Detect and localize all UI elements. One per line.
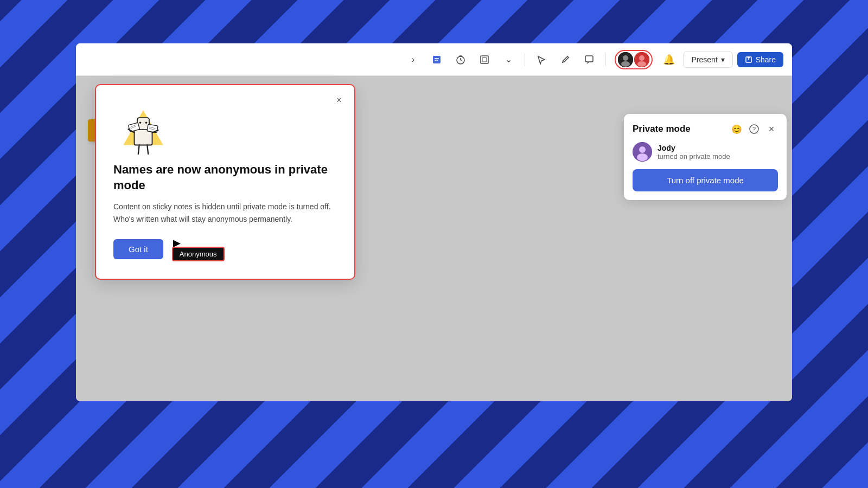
modal-title: Names are now anonymous in private mode bbox=[113, 162, 337, 193]
svg-text:?: ? bbox=[752, 126, 756, 132]
user-avatar-1 bbox=[618, 52, 633, 67]
panel-user-avatar bbox=[633, 142, 652, 162]
svg-point-14 bbox=[639, 55, 644, 61]
more-tools-button[interactable]: ⌄ bbox=[499, 50, 518, 69]
toolbar-separator-1 bbox=[525, 53, 525, 66]
anonymous-label: Anonymous bbox=[172, 247, 225, 261]
panel-emoji-button[interactable]: 😊 bbox=[730, 123, 743, 136]
panel-icon-buttons: 😊 ? × bbox=[730, 123, 778, 136]
user-avatars-cluster[interactable] bbox=[615, 50, 653, 69]
modal-close-button[interactable]: × bbox=[331, 93, 347, 108]
svg-point-12 bbox=[621, 61, 630, 67]
panel-close-button[interactable]: × bbox=[765, 123, 778, 136]
expand-panel-button[interactable]: › bbox=[403, 50, 423, 69]
modal-footer: Got it ▶ Anonymous bbox=[113, 237, 337, 261]
panel-user-name: Jody bbox=[658, 144, 730, 152]
svg-point-27 bbox=[145, 121, 148, 124]
svg-point-22 bbox=[637, 153, 648, 161]
modal-body: Content on sticky notes is hidden until … bbox=[113, 201, 337, 225]
anonymous-tooltip: ▶ Anonymous bbox=[172, 237, 225, 261]
panel-help-button[interactable]: ? bbox=[748, 123, 761, 136]
svg-line-37 bbox=[147, 145, 148, 155]
svg-point-15 bbox=[637, 61, 646, 67]
present-button[interactable]: Present ▾ bbox=[683, 52, 732, 68]
notifications-button[interactable]: 🔔 bbox=[659, 50, 679, 69]
panel-user-status: turned on private mode bbox=[658, 152, 730, 160]
svg-rect-9 bbox=[585, 56, 593, 62]
svg-point-26 bbox=[139, 121, 142, 124]
panel-user-text: Jody turned on private mode bbox=[658, 144, 730, 160]
present-chevron: ▾ bbox=[721, 55, 725, 64]
comment-tool-button[interactable] bbox=[579, 50, 599, 69]
timer-tool-button[interactable] bbox=[451, 50, 470, 69]
sticky-note-tool-button[interactable] bbox=[427, 50, 446, 69]
modal-illustration bbox=[113, 100, 337, 162]
share-icon bbox=[745, 56, 752, 63]
frame-tool-button[interactable] bbox=[475, 50, 494, 69]
share-button[interactable]: Share bbox=[737, 52, 783, 67]
pen-tool-button[interactable] bbox=[556, 50, 575, 69]
private-mode-panel: Private mode 😊 ? × bbox=[624, 114, 787, 200]
svg-line-36 bbox=[138, 145, 139, 155]
svg-rect-7 bbox=[481, 56, 488, 63]
panel-header: Private mode 😊 ? × bbox=[633, 123, 778, 136]
svg-point-11 bbox=[623, 55, 628, 61]
private-mode-modal: × Names are now anon bbox=[95, 84, 355, 280]
toolbar: › ⌄ bbox=[76, 43, 792, 76]
got-it-button[interactable]: Got it bbox=[113, 239, 163, 259]
svg-rect-0 bbox=[433, 56, 441, 63]
panel-title: Private mode bbox=[633, 124, 691, 134]
svg-rect-8 bbox=[482, 57, 487, 62]
turn-off-private-mode-button[interactable]: Turn off private mode bbox=[633, 169, 778, 191]
svg-point-21 bbox=[639, 146, 646, 153]
user-avatar-2 bbox=[634, 52, 649, 67]
arrow-tool-button[interactable] bbox=[532, 50, 551, 69]
panel-user-info: Jody turned on private mode bbox=[633, 142, 778, 162]
present-label: Present bbox=[691, 55, 717, 64]
share-label: Share bbox=[756, 55, 776, 64]
toolbar-separator-2 bbox=[605, 53, 606, 66]
